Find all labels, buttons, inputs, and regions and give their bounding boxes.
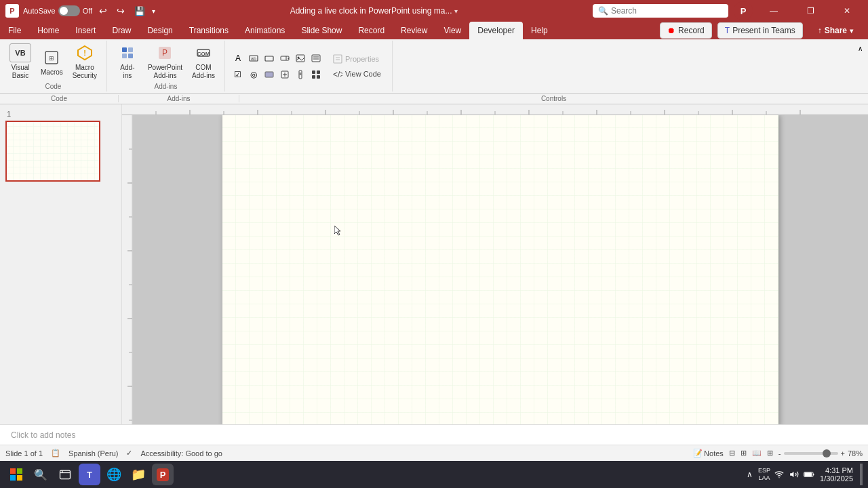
tab-view[interactable]: View xyxy=(435,22,469,39)
svg-rect-7 xyxy=(128,54,133,58)
add-ins-button[interactable]: Add-ins xyxy=(113,41,142,83)
tab-review[interactable]: Review xyxy=(393,22,435,39)
ctrl-optionbtn-button[interactable]: ◎ xyxy=(246,67,261,82)
ctrl-button-button[interactable] xyxy=(262,51,277,66)
notes-area[interactable]: Click to add notes xyxy=(0,424,868,445)
mouse-cursor xyxy=(334,226,342,234)
ribbon-spacer xyxy=(393,41,852,92)
share-dropdown-icon[interactable]: ▾ xyxy=(850,27,853,35)
ctrl-listbox-button[interactable] xyxy=(309,51,323,66)
undo-button[interactable]: ↩ xyxy=(96,4,110,18)
com-addins-icon: COM xyxy=(194,43,213,62)
taskbar-chrome-button[interactable]: 🌐 xyxy=(103,464,125,485)
svg-rect-6 xyxy=(122,54,127,58)
search-box[interactable]: 🔍 xyxy=(593,4,728,18)
profile-avatar[interactable]: P xyxy=(734,1,753,20)
slide-thumbnail[interactable] xyxy=(5,121,100,182)
language-icon[interactable]: ESPLAA xyxy=(757,468,771,481)
tab-animations[interactable]: Animations xyxy=(237,22,293,39)
svg-text:⊞: ⊞ xyxy=(49,55,54,62)
teams-icon: T xyxy=(725,26,730,35)
taskbar-powerpoint-button[interactable]: P xyxy=(152,464,174,485)
ctrl-textbox-button[interactable]: ab xyxy=(246,51,261,66)
accessibility-icon: ✓ xyxy=(126,449,132,458)
svg-rect-72 xyxy=(10,475,16,481)
svg-text:!: ! xyxy=(83,49,86,57)
tab-insert[interactable]: Insert xyxy=(67,22,104,39)
reading-view-button[interactable]: 📖 xyxy=(752,449,762,458)
taskbar-time[interactable]: 4:31 PM 1/30/2025 xyxy=(820,466,853,483)
view-code-button[interactable]: </> View Code xyxy=(328,67,387,81)
tab-transitions[interactable]: Transitions xyxy=(181,22,237,39)
ribbon-collapse-button[interactable]: ∧ xyxy=(855,43,865,54)
tab-record[interactable]: Record xyxy=(350,22,393,39)
zoom-in-button[interactable]: + xyxy=(841,449,845,458)
notes-button[interactable]: 📝 Notes xyxy=(693,449,724,458)
tab-draw[interactable]: Draw xyxy=(104,22,139,39)
show-desktop-button[interactable] xyxy=(860,464,863,485)
controls-row-1: A ab ▾ xyxy=(231,51,323,66)
properties-button[interactable]: Properties xyxy=(328,52,387,66)
zoom-slider[interactable] xyxy=(784,452,838,455)
svg-rect-4 xyxy=(122,47,127,52)
ribbon-group-labels-row: Code Add-ins Controls xyxy=(0,94,868,104)
svg-rect-70 xyxy=(10,468,16,474)
taskbar-explorer-button[interactable]: 📁 xyxy=(127,464,149,485)
restore-button[interactable]: ❐ xyxy=(795,0,826,22)
ctrl-combo-button[interactable]: ▾ xyxy=(277,51,292,66)
ctrl-togglebtn-button[interactable] xyxy=(262,67,277,82)
macros-button[interactable]: ⊞ Macros xyxy=(37,45,67,79)
ruler-left xyxy=(122,115,133,424)
ctrl-more-button[interactable] xyxy=(309,67,323,82)
svg-rect-18 xyxy=(296,55,304,62)
present-in-teams-button[interactable]: T Present in Teams xyxy=(717,22,803,39)
minimize-button[interactable]: — xyxy=(758,0,789,22)
canvas-area xyxy=(122,104,868,424)
ruler-top xyxy=(122,104,868,115)
record-button[interactable]: ⏺ Record xyxy=(660,22,712,39)
taskbar-search-button[interactable]: 🔍 xyxy=(30,464,52,485)
zoom-out-button[interactable]: - xyxy=(778,449,781,458)
slide-sorter-button[interactable]: ⊞ xyxy=(741,449,747,458)
macro-security-button[interactable]: ! MacroSecurity xyxy=(68,41,101,83)
battery-icon[interactable] xyxy=(802,468,816,481)
tab-developer[interactable]: Developer xyxy=(469,22,523,39)
ctrl-image-button[interactable] xyxy=(293,51,308,66)
ribbon-tabs: File Home Insert Draw Design Transitions… xyxy=(0,22,868,39)
ctrl-checkbox-button[interactable]: ☑ xyxy=(231,67,245,82)
ctrl-scrollbar-button[interactable] xyxy=(293,67,308,82)
visual-basic-button[interactable]: VB VisualBasic xyxy=(5,41,35,83)
tab-slideshow[interactable]: Slide Show xyxy=(293,22,350,39)
volume-icon[interactable] xyxy=(787,468,801,481)
slide-canvas[interactable] xyxy=(222,114,778,424)
tab-home[interactable]: Home xyxy=(29,22,67,39)
normal-view-button[interactable]: ⊟ xyxy=(729,449,735,458)
quick-access-dropdown[interactable]: ▾ xyxy=(152,7,155,15)
share-button[interactable]: ↑ Share ▾ xyxy=(808,22,863,39)
tab-design[interactable]: Design xyxy=(139,22,180,39)
tab-file[interactable]: File xyxy=(0,22,29,39)
redo-button[interactable]: ↪ xyxy=(114,4,127,18)
view-icon: 📋 xyxy=(51,449,60,458)
close-button[interactable]: ✕ xyxy=(831,0,863,22)
svg-rect-71 xyxy=(17,468,22,474)
fit-slide-button[interactable]: ⊞ xyxy=(767,449,773,458)
search-input[interactable] xyxy=(611,6,723,16)
powerpoint-addins-button[interactable]: P PowerPointAdd-ins xyxy=(144,41,186,83)
show-hidden-icons[interactable]: ∧ xyxy=(743,468,756,481)
tab-help[interactable]: Help xyxy=(523,22,556,39)
doc-title-dropdown[interactable]: ▾ xyxy=(454,7,458,15)
zoom-slider-thumb[interactable] xyxy=(823,449,831,458)
ctrl-label-button[interactable]: A xyxy=(231,51,245,66)
language-label: Spanish (Peru) xyxy=(68,449,118,458)
ctrl-spinbtn-button[interactable] xyxy=(277,67,292,82)
wifi-icon[interactable] xyxy=(772,468,786,481)
autosave-toggle[interactable] xyxy=(58,5,80,16)
start-button[interactable] xyxy=(5,464,27,485)
ribbon-group-addins: Add-ins P PowerPointAdd-ins COM COMAdd-i… xyxy=(107,41,225,92)
addins-label: Add-ins xyxy=(119,95,239,102)
com-addins-button[interactable]: COM COMAdd-ins xyxy=(188,41,219,83)
taskbar-files-button[interactable] xyxy=(54,464,76,485)
taskbar-teams-button[interactable]: T xyxy=(79,464,100,485)
quick-save-button[interactable]: 💾 xyxy=(132,5,148,18)
